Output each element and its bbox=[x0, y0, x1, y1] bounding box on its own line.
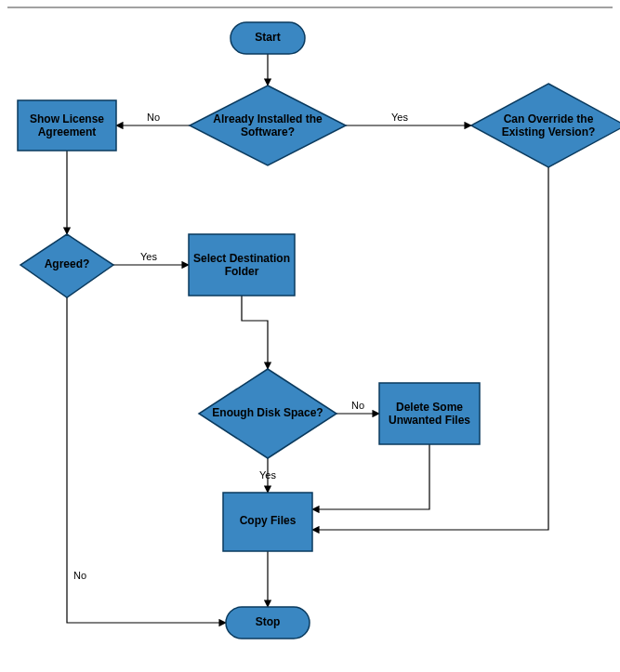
edge-agreed-yes-label: Yes bbox=[140, 251, 157, 262]
edge-already-no-label: No bbox=[147, 112, 160, 123]
node-copy-files: Copy Files bbox=[223, 493, 312, 551]
node-del-l2: Unwanted Files bbox=[389, 414, 470, 427]
node-del-l1: Delete Some bbox=[396, 401, 463, 414]
edge-disk-no-label: No bbox=[351, 400, 364, 411]
edge-agreed-no bbox=[67, 297, 226, 623]
node-start: Start bbox=[231, 22, 305, 54]
edge-already-yes-label: Yes bbox=[391, 112, 408, 123]
node-license-l2: Agreement bbox=[38, 125, 97, 138]
node-stop-label: Stop bbox=[256, 615, 281, 628]
node-agreed-label: Agreed? bbox=[45, 257, 90, 270]
node-already-l2: Software? bbox=[241, 125, 295, 138]
edge-delete-copy bbox=[312, 444, 429, 509]
node-enough-disk: Enough Disk Space? bbox=[199, 369, 336, 458]
edge-disk-yes-label: Yes bbox=[259, 469, 276, 481]
node-license-l1: Show License bbox=[30, 112, 104, 125]
node-already-installed: Already Installed the Software? bbox=[190, 86, 346, 165]
edge-override-copy bbox=[312, 167, 548, 530]
node-delete-unwanted: Delete Some Unwanted Files bbox=[379, 383, 480, 444]
edge-agreed-no-label: No bbox=[73, 570, 86, 581]
node-disk-label: Enough Disk Space? bbox=[212, 406, 323, 419]
node-select-dest: Select Destination Folder bbox=[189, 234, 295, 296]
node-dest-l2: Folder bbox=[225, 265, 259, 278]
node-dest-l1: Select Destination bbox=[193, 252, 290, 265]
node-agreed: Agreed? bbox=[20, 234, 113, 297]
node-show-license: Show License Agreement bbox=[18, 100, 116, 151]
node-stop: Stop bbox=[226, 607, 310, 639]
flowchart-diagram: No Yes Yes No No Yes Start Already Insta… bbox=[0, 0, 620, 672]
node-copy-label: Copy Files bbox=[240, 514, 297, 527]
node-start-label: Start bbox=[255, 31, 280, 44]
node-override-l2: Existing Version? bbox=[502, 125, 596, 138]
node-override-l1: Can Override the bbox=[504, 112, 594, 125]
node-already-l1: Already Installed the bbox=[213, 112, 323, 125]
node-can-override: Can Override the Existing Version? bbox=[471, 84, 620, 167]
edge-dest-disk bbox=[242, 296, 268, 369]
